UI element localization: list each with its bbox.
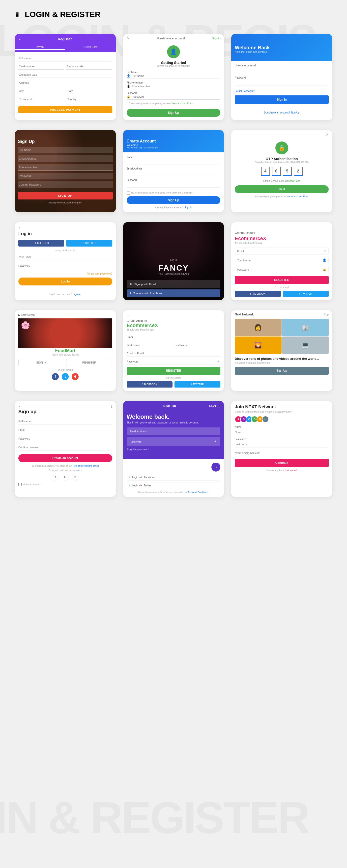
tab-creditcard[interactable]: Credit Card — [65, 44, 116, 50]
twitter-button[interactable]: t TWITTER — [175, 381, 220, 388]
skip-link[interactable]: Skip — [324, 313, 329, 316]
forgot-link[interactable]: Forgot your password? — [87, 272, 112, 275]
back-button[interactable]: ← — [18, 37, 22, 41]
facebook-button[interactable]: f Continue with Facebook — [127, 289, 221, 297]
signin-button[interactable]: SIGN IN — [18, 359, 64, 366]
password-input[interactable] — [235, 80, 329, 86]
signup-button[interactable]: Sign Up — [127, 109, 221, 117]
email-input[interactable] — [237, 250, 324, 253]
facebook-login-button[interactable]: f Login with Facebook — [127, 474, 221, 481]
confirm-password-input[interactable] — [18, 444, 112, 451]
terms-link[interactable]: Terms and Conditions — [287, 195, 308, 198]
fullname-input[interactable] — [18, 418, 112, 425]
name-input[interactable] — [127, 159, 221, 165]
resend-link[interactable]: Resend Code — [285, 180, 301, 182]
lastname-input[interactable] — [235, 441, 329, 447]
twitter-icon[interactable]: t — [62, 373, 69, 380]
register-button[interactable]: REGISTER — [66, 359, 112, 366]
terms-checkbox[interactable] — [127, 191, 130, 195]
google-icon[interactable]: G — [62, 474, 69, 481]
create-account-button[interactable]: Create an account — [18, 454, 112, 462]
state-input[interactable] — [66, 88, 112, 94]
terms-link[interactable]: Term and Conditions. — [188, 491, 209, 493]
phone-input[interactable] — [132, 85, 221, 88]
fullname-input[interactable] — [18, 147, 113, 153]
info-icon[interactable]: ℹ — [111, 404, 112, 408]
password-input[interactable] — [18, 173, 113, 179]
password-input[interactable] — [18, 435, 112, 442]
email-input[interactable] — [127, 334, 221, 340]
phone-input[interactable] — [18, 164, 113, 171]
password-input[interactable] — [237, 268, 322, 271]
password-input[interactable] — [18, 262, 112, 269]
email-input[interactable] — [18, 427, 112, 433]
other-icon[interactable]: b — [72, 474, 78, 481]
agree-checkbox[interactable] — [18, 483, 22, 486]
password-input[interactable] — [130, 440, 214, 443]
back-button[interactable]: ← — [18, 133, 113, 137]
expiration-input[interactable] — [18, 72, 112, 78]
back-button[interactable]: ← — [235, 39, 238, 43]
country-input[interactable] — [66, 96, 112, 102]
facebook-button[interactable]: f FACEBOOK — [235, 291, 281, 297]
confirm-password-input[interactable] — [18, 181, 113, 188]
signin-link[interactable]: Sign in — [212, 37, 221, 40]
continue-button[interactable]: Continue — [235, 459, 329, 467]
otp-digit-3[interactable] — [283, 167, 292, 176]
back-button[interactable]: ← — [127, 404, 130, 408]
facebook-icon[interactable]: f — [52, 373, 59, 380]
address-input[interactable] — [18, 80, 112, 86]
signin-link[interactable]: Sign In — [184, 206, 192, 209]
password-input[interactable] — [127, 359, 218, 365]
close-button[interactable]: ✕ — [127, 36, 130, 40]
facebook-button[interactable]: f FACEBOOK — [18, 240, 64, 247]
more-button[interactable]: ⋮ — [108, 36, 112, 42]
signup-link[interactable]: Sign up — [73, 293, 81, 296]
eye-icon[interactable]: 👁 — [217, 360, 220, 363]
login-button[interactable]: Log In — [18, 278, 112, 285]
register-button[interactable]: REGISTER — [235, 276, 329, 284]
signup-email-button[interactable]: ✉ Signup with Email — [127, 280, 221, 288]
signin-button[interactable]: Sign In — [235, 95, 329, 104]
postalcode-input[interactable] — [18, 96, 64, 102]
cardnumber-input[interactable] — [18, 63, 64, 70]
fullname-input[interactable] — [132, 74, 221, 77]
facebook-button[interactable]: f FACEBOOK — [127, 381, 172, 388]
back-button[interactable]: ← — [18, 405, 22, 409]
otp-digit-4[interactable] — [294, 167, 303, 176]
securitycode-input[interactable] — [66, 63, 112, 70]
twitter-button[interactable]: t TWITTER — [66, 240, 112, 247]
email-input[interactable] — [18, 254, 112, 260]
otp-digit-1[interactable] — [261, 167, 270, 176]
signin-link[interactable]: Sign In — [75, 202, 82, 204]
terms-link[interactable]: Term and Conditions — [172, 102, 193, 104]
twitter-icon[interactable]: t — [52, 474, 59, 481]
firstname-input[interactable] — [127, 342, 172, 348]
confirm-email-input[interactable] — [127, 350, 221, 356]
back-button[interactable]: ← — [127, 314, 221, 318]
twitter-button[interactable]: t TWITTER — [283, 291, 329, 297]
let-me-in-link[interactable]: Let me in ! — [286, 469, 297, 472]
signup-link[interactable]: Sign Up — [291, 111, 299, 114]
back-button[interactable]: ← — [127, 134, 130, 138]
email-input[interactable] — [18, 155, 113, 162]
process-payment-button[interactable]: PROCESS PAYMENT — [18, 106, 112, 113]
register-button[interactable]: REGISTER — [127, 367, 221, 375]
next-button[interactable]: → — [212, 463, 220, 471]
next-button[interactable]: Next — [235, 185, 329, 193]
back-button[interactable]: ← — [18, 226, 112, 230]
signup-link[interactable]: SIGN UP — [209, 404, 220, 407]
signup-button[interactable]: Sign Up — [127, 196, 221, 204]
eye-icon[interactable]: 👁 — [214, 440, 217, 443]
password-input[interactable] — [132, 95, 221, 98]
close-button[interactable]: ✕ — [326, 132, 329, 136]
terms-link[interactable]: Term and conditions of use — [72, 465, 99, 467]
name-input[interactable] — [237, 259, 322, 262]
otp-digit-2[interactable] — [272, 167, 281, 176]
forgot-link[interactable]: Forgot my password — [127, 448, 221, 451]
tab-paypal[interactable]: Paypal — [15, 44, 65, 50]
forgot-link[interactable]: Forgot Password? — [235, 90, 255, 92]
email-input[interactable] — [235, 450, 329, 456]
back-button[interactable]: ← — [235, 226, 329, 230]
email-input[interactable] — [127, 428, 221, 435]
